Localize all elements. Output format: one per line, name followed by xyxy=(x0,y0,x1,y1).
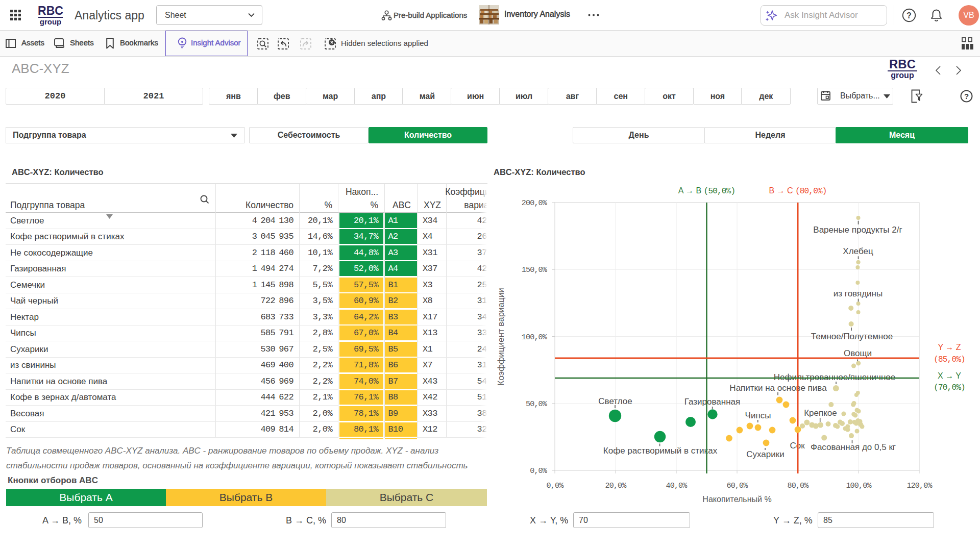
svg-text:40,0%: 40,0% xyxy=(666,482,688,490)
svg-text:Напитки на основе пива: Напитки на основе пива xyxy=(729,383,827,393)
svg-text:80,0%: 80,0% xyxy=(787,482,809,490)
svg-text:120,0%: 120,0% xyxy=(906,482,933,490)
svg-text:100,0%: 100,0% xyxy=(846,482,872,490)
svg-text:20,0%: 20,0% xyxy=(605,482,627,490)
svg-text:Овощи: Овощи xyxy=(844,348,872,358)
svg-text:X → Y: X → Y xyxy=(938,371,961,380)
svg-text:из говядины: из говядины xyxy=(834,289,883,298)
svg-text:Темное/Полутемное: Темное/Полутемное xyxy=(811,332,893,341)
svg-text:150,0%: 150,0% xyxy=(522,266,548,274)
svg-text:Чипсы: Чипсы xyxy=(745,411,771,420)
svg-text:Хлебец: Хлебец xyxy=(843,246,873,256)
svg-text:Кофе растворимый в стиках: Кофе растворимый в стиках xyxy=(603,446,718,456)
svg-text:Фасованная до 0,5 кг: Фасованная до 0,5 кг xyxy=(811,442,896,452)
svg-text:Коэффициент вариации: Коэффициент вариации xyxy=(496,288,506,386)
svg-text:Накопительный %: Накопительный % xyxy=(702,495,771,504)
svg-text:Вареные продукты 2/г: Вареные продукты 2/г xyxy=(813,225,902,235)
svg-text:100,0%: 100,0% xyxy=(522,333,548,342)
svg-text:Сухарики: Сухарики xyxy=(746,449,784,459)
svg-text:Нефильтрованное/пшеничное: Нефильтрованное/пшеничное xyxy=(774,372,895,382)
svg-text:Газированная: Газированная xyxy=(684,397,740,407)
svg-text:(85,0%): (85,0%) xyxy=(934,355,965,364)
svg-text:Крепкое: Крепкое xyxy=(804,408,837,418)
svg-text:A → B (50,0%): A → B (50,0%) xyxy=(678,186,735,196)
svg-text:Y → Z: Y → Z xyxy=(938,343,961,352)
svg-text:B → C (80,0%): B → C (80,0%) xyxy=(769,186,826,196)
svg-text:?: ? xyxy=(964,92,969,101)
svg-text:?: ? xyxy=(906,11,912,20)
svg-text:0,0%: 0,0% xyxy=(530,467,548,475)
svg-text:60,0%: 60,0% xyxy=(726,482,748,490)
svg-text:200,0%: 200,0% xyxy=(522,199,548,208)
svg-text:50,0%: 50,0% xyxy=(526,400,548,409)
svg-text:(70,0%): (70,0%) xyxy=(934,383,965,392)
svg-text:Светлое: Светлое xyxy=(598,396,632,406)
svg-text:0,0%: 0,0% xyxy=(547,482,565,490)
